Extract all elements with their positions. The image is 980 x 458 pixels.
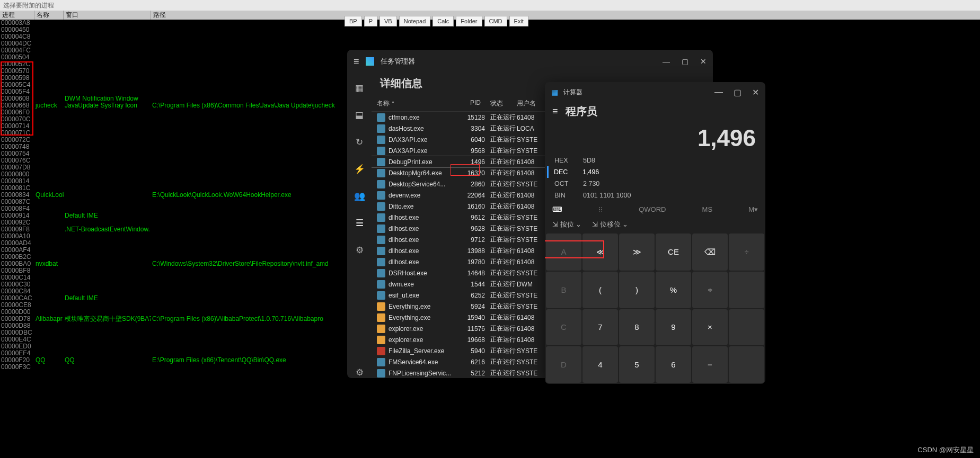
process-row[interactable]: 00000DBC bbox=[0, 329, 350, 336]
process-row[interactable]: 00000668jucheckJavaUpdate SysTray IconC:… bbox=[0, 102, 350, 109]
process-row[interactable]: 00000814 bbox=[0, 178, 350, 185]
process-row[interactable]: 00000EF4 bbox=[0, 350, 350, 357]
sidebar-settings-icon[interactable]: ⚙ bbox=[356, 367, 364, 378]
process-row[interactable]: 00000B2C bbox=[0, 254, 350, 261]
process-row[interactable]: 000004DC bbox=[0, 40, 350, 47]
bitwise-dropdown[interactable]: ⇲ 按位 ⌄ bbox=[552, 220, 581, 229]
calc-key-5[interactable]: 5 bbox=[619, 346, 655, 383]
calc-key-C[interactable]: C bbox=[546, 309, 581, 346]
process-row[interactable]: 00000A10 bbox=[0, 233, 350, 240]
calc-key-([interactable]: ( bbox=[582, 272, 618, 308]
close-icon[interactable]: ✕ bbox=[752, 87, 759, 97]
calc-key-÷[interactable]: ÷ bbox=[729, 234, 764, 271]
process-row[interactable]: 000004C8 bbox=[0, 33, 350, 40]
hamburger-icon[interactable]: ≡ bbox=[552, 106, 558, 117]
process-row[interactable]: 00000F3C bbox=[0, 364, 350, 371]
process-row[interactable]: 000008F4 bbox=[0, 205, 350, 212]
process-row[interactable]: 00000D00 bbox=[0, 309, 350, 316]
btn-folder[interactable]: Folder bbox=[456, 16, 482, 26]
process-row[interactable]: 00000F20QQQQE:\Program Files (x86)\Tence… bbox=[0, 357, 350, 364]
calc-key-D[interactable]: D bbox=[546, 346, 581, 383]
calc-key-≫[interactable]: ≫ bbox=[619, 234, 655, 271]
process-row[interactable]: 00000714 bbox=[0, 123, 350, 130]
process-row[interactable]: 00000504 bbox=[0, 54, 350, 61]
tm-col-status[interactable]: 状态 bbox=[485, 99, 517, 108]
btn-exit[interactable]: Exit bbox=[509, 16, 528, 26]
process-row[interactable]: 000005C4 bbox=[0, 82, 350, 88]
calc-key-⌫[interactable]: ⌫ bbox=[692, 234, 728, 271]
calc-key-×[interactable]: × bbox=[692, 309, 728, 346]
calc-key-6[interactable]: 6 bbox=[656, 346, 691, 383]
process-row[interactable]: 00000BA0nvxdbatC:\Windows\System32\Drive… bbox=[0, 261, 350, 267]
process-row[interactable]: 00000C30 bbox=[0, 281, 350, 288]
process-row[interactable]: 00000598 bbox=[0, 75, 350, 82]
process-row[interactable]: 00000748 bbox=[0, 143, 350, 150]
tm-col-user[interactable]: 用户名 bbox=[517, 99, 548, 108]
calc-key-CE[interactable]: CE bbox=[656, 234, 691, 271]
minimize-icon[interactable]: — bbox=[663, 57, 670, 66]
process-row[interactable]: 00000570 bbox=[0, 68, 350, 75]
process-row[interactable]: 000007D8 bbox=[0, 164, 350, 171]
sidebar-services-icon[interactable]: ⚙ bbox=[356, 245, 364, 256]
calc-key-÷[interactable]: ÷ bbox=[692, 272, 728, 308]
process-row[interactable]: 00000AD4 bbox=[0, 240, 350, 247]
process-row[interactable]: 00000754 bbox=[0, 150, 350, 157]
process-row[interactable]: 0000087C bbox=[0, 199, 350, 205]
btn-bp[interactable]: BP bbox=[345, 16, 362, 26]
process-row[interactable]: 000004FC bbox=[0, 47, 350, 54]
process-row[interactable]: 00000ED0 bbox=[0, 343, 350, 350]
process-row[interactable]: 00000D78Alibabapr模块唯富交易商十壁SDK(9BA72C:\Pr… bbox=[0, 316, 350, 322]
calc-key-8[interactable]: 8 bbox=[619, 309, 655, 346]
process-row[interactable]: 00000C14 bbox=[0, 274, 350, 281]
process-row[interactable]: 00000D88 bbox=[0, 322, 350, 329]
sidebar-details-icon[interactable]: ☰ bbox=[356, 218, 364, 229]
tm-col-pid[interactable]: PID bbox=[456, 99, 485, 108]
process-row[interactable]: 00000914Default IME bbox=[0, 212, 350, 219]
process-row[interactable]: 00000E4C bbox=[0, 336, 350, 343]
calc-key-4[interactable]: 4 bbox=[582, 346, 618, 383]
col-name[interactable]: 名称 bbox=[34, 11, 64, 20]
mem-store[interactable]: MS bbox=[702, 205, 713, 213]
process-row[interactable]: 00000CE8 bbox=[0, 302, 350, 309]
sidebar-startup-icon[interactable]: ⚡ bbox=[354, 164, 365, 175]
col-window[interactable]: 窗口 bbox=[64, 11, 151, 20]
col-path[interactable]: 路径 bbox=[151, 11, 980, 20]
process-row[interactable]: 00000BF8 bbox=[0, 267, 350, 274]
calc-key-7[interactable]: 7 bbox=[582, 309, 618, 346]
process-row[interactable]: 000006F0 bbox=[0, 109, 350, 116]
mem-dropdown[interactable]: M▾ bbox=[748, 205, 758, 213]
process-row[interactable]: 00000CACDefault IME bbox=[0, 295, 350, 302]
process-row[interactable]: 000003A8 bbox=[0, 20, 350, 26]
process-row[interactable]: 0000070C bbox=[0, 116, 350, 123]
maximize-icon[interactable]: ▢ bbox=[682, 57, 688, 66]
btn-calc[interactable]: Calc bbox=[432, 16, 454, 26]
bitshift-dropdown[interactable]: ⇲ 位移位 ⌄ bbox=[592, 220, 628, 229]
calc-key-−[interactable]: − bbox=[692, 346, 728, 383]
process-row[interactable]: 000009F8.NET-BroadcastEventWindow. bbox=[0, 226, 350, 233]
btn-notepad[interactable]: Notepad bbox=[399, 16, 431, 26]
process-row[interactable]: 0000081C bbox=[0, 185, 350, 192]
base-hex[interactable]: HEX5D8 bbox=[552, 155, 758, 166]
hamburger-icon[interactable]: ≡ bbox=[354, 56, 359, 67]
process-row[interactable]: 00000834QuickLookE:\QuickLook\QuickLook.… bbox=[0, 192, 350, 199]
word-size[interactable]: QWORD bbox=[639, 205, 666, 213]
calc-key-blank[interactable] bbox=[729, 309, 764, 346]
process-row[interactable]: 00000800 bbox=[0, 171, 350, 178]
process-row[interactable]: 0000052C bbox=[0, 61, 350, 68]
col-pid[interactable]: 进程 bbox=[0, 11, 34, 20]
process-row[interactable]: 0000092C bbox=[0, 219, 350, 226]
calc-key-%[interactable]: % bbox=[656, 272, 691, 308]
base-bin[interactable]: BIN0101 1101 1000 bbox=[552, 190, 758, 201]
sidebar-processes-icon[interactable]: ▦ bbox=[355, 83, 364, 94]
calc-key-)[interactable]: ) bbox=[619, 272, 655, 308]
sidebar-users-icon[interactable]: 👥 bbox=[354, 191, 365, 202]
calc-key-9[interactable]: 9 bbox=[656, 309, 691, 346]
sidebar-history-icon[interactable]: ↻ bbox=[356, 137, 363, 148]
minimize-icon[interactable]: — bbox=[714, 87, 723, 97]
bit-toggle-icon[interactable]: ⁝⁝ bbox=[598, 205, 603, 213]
tm-col-name[interactable]: 名称˄ bbox=[377, 99, 456, 108]
base-oct[interactable]: OCT2 730 bbox=[552, 178, 758, 190]
calculator-window[interactable]: ▦ 计算器 — ▢ ✕ ≡ 程序员 1,496 HEX5D8 DEC1,496 … bbox=[545, 82, 765, 384]
maximize-icon[interactable]: ▢ bbox=[734, 87, 741, 97]
btn-cmd[interactable]: CMD bbox=[484, 16, 507, 26]
